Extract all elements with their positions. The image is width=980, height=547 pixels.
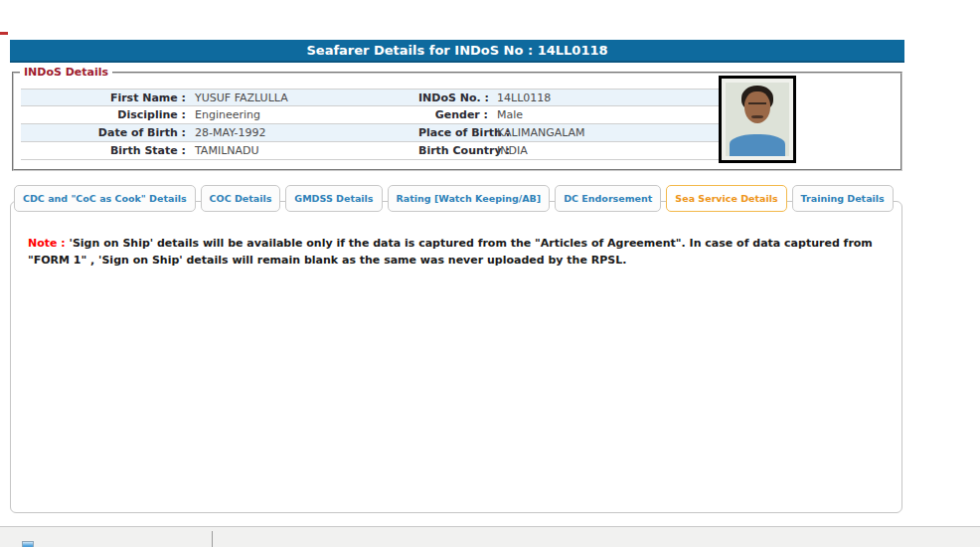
photo-shirt	[730, 134, 785, 156]
note-body: 'Sign on Ship' details will be available…	[28, 237, 873, 267]
sign-on-ship-note: Note : 'Sign on Ship' details will be av…	[28, 235, 887, 269]
footer-divider	[212, 531, 213, 547]
indos-no-value: 14LL0118	[490, 90, 721, 106]
tab-training-details[interactable]: Training Details	[792, 185, 894, 212]
detail-row-first-name: First Name : YUSUF FAZLULLA INDoS No. : …	[21, 89, 721, 106]
page-title: Seafarer Details for INDoS No : 14LL0118	[306, 43, 607, 58]
place-of-birth-value: KALIMANGALAM	[490, 124, 721, 141]
first-name-label: First Name :	[21, 90, 188, 106]
seafarer-photo	[719, 76, 796, 163]
tab-rating-watch-keeping-ab[interactable]: Rating [Watch Keeping/AB]	[388, 185, 551, 212]
birth-state-label: Birth State :	[21, 142, 188, 159]
indos-details-legend: INDoS Details	[20, 66, 112, 79]
edge-artifact	[0, 32, 8, 35]
indos-no-label: INDoS No. :	[418, 90, 490, 106]
birth-state-value: TAMILNADU	[188, 142, 418, 159]
photo-brow	[748, 102, 766, 104]
detail-row-date-of-birth: Date of Birth : 28-MAY-1992 Place of Bir…	[21, 124, 721, 142]
detail-row-discipline: Discipline : Engineering Gender : Male	[21, 106, 721, 124]
tab-bar: CDC and "CoC as Cook" Details COC Detail…	[14, 185, 894, 212]
tab-dc-endorsement[interactable]: DC Endorsement	[555, 185, 661, 212]
birth-country-value: INDIA	[490, 142, 721, 159]
place-of-birth-label: Place of Birth :	[418, 124, 490, 141]
discipline-label: Discipline :	[21, 106, 188, 123]
gender-label: Gender :	[418, 106, 490, 123]
first-name-value: YUSUF FAZLULLA	[188, 90, 418, 106]
tab-sea-service-details[interactable]: Sea Service Details	[666, 185, 786, 212]
date-of-birth-label: Date of Birth :	[21, 124, 188, 141]
birth-country-label: Birth Country :	[418, 142, 490, 159]
note-prefix: Note :	[28, 237, 66, 250]
photo-mustache	[751, 115, 763, 118]
bottom-bar	[0, 526, 980, 547]
tab-coc-details[interactable]: COC Details	[201, 185, 281, 212]
seafarer-details-page: Seafarer Details for INDoS No : 14LL0118…	[0, 0, 980, 547]
gender-value: Male	[490, 106, 721, 123]
detail-row-birth-state: Birth State : TAMILNADU Birth Country : …	[21, 142, 721, 160]
page-title-bar: Seafarer Details for INDoS No : 14LL0118	[10, 40, 904, 63]
indos-detail-rows: First Name : YUSUF FAZLULLA INDoS No. : …	[21, 89, 721, 160]
date-of-birth-value: 28-MAY-1992	[188, 124, 418, 141]
tab-gmdss-details[interactable]: GMDSS Details	[285, 185, 382, 212]
discipline-value: Engineering	[188, 106, 418, 123]
photo-face	[744, 91, 770, 123]
window-icon[interactable]	[22, 541, 34, 547]
sea-service-panel: Note : 'Sign on Ship' details will be av…	[10, 201, 902, 513]
tab-cdc-coc-as-cook-details[interactable]: CDC and "CoC as Cook" Details	[14, 185, 196, 212]
